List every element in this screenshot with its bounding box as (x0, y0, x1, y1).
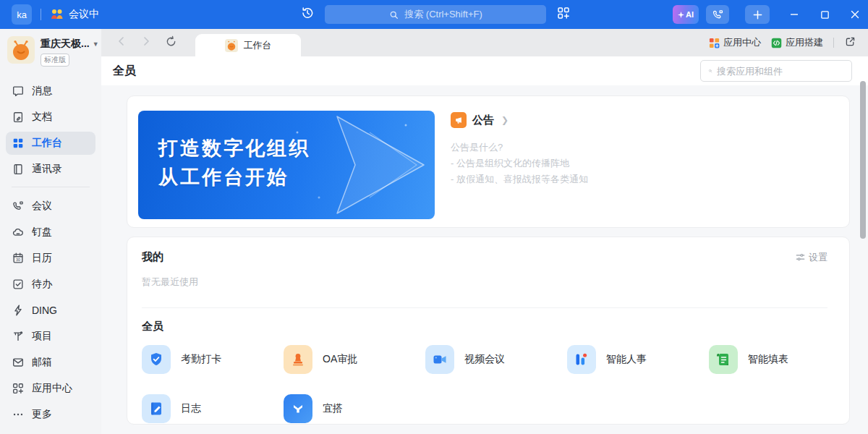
vertical-scrollbar-thumb[interactable] (860, 81, 866, 239)
app-search-input[interactable] (717, 66, 844, 77)
sidebar-item-drive[interactable]: 钉盘 (6, 221, 95, 244)
org-edition-badge: 标准版 (41, 54, 69, 67)
all-section-title: 全员 (142, 320, 827, 333)
workbench-header: 全员 (101, 56, 868, 85)
org-caret-icon: ▼ (93, 41, 99, 48)
global-search[interactable]: 搜索 (Ctrl+Shift+F) (325, 5, 546, 24)
app-smart-hr[interactable]: 智能人事 (567, 345, 709, 374)
titlebar-divider (41, 9, 41, 20)
close-button[interactable] (849, 9, 861, 20)
apps-launcher-icon[interactable] (556, 6, 571, 23)
app-center-color-icon (709, 38, 720, 48)
svg-text:30: 30 (16, 258, 20, 262)
app-center-icon (12, 382, 25, 395)
page-title: 全员 (113, 64, 136, 79)
sidebar-item-meeting[interactable]: 会议 (6, 195, 95, 218)
tab-workbench[interactable]: 工作台 (195, 34, 301, 56)
open-in-window-icon[interactable] (844, 35, 856, 50)
meeting-status-label: 会议中 (69, 8, 99, 21)
mine-section-title: 我的 (142, 250, 163, 264)
sidebar-menu: 消息 文档 工作台 通讯录 会议 钉盘 (0, 80, 101, 426)
app-build-link[interactable]: 应用搭建 (771, 36, 823, 49)
search-icon (708, 66, 712, 76)
global-search-placeholder: 搜索 (Ctrl+Shift+F) (404, 8, 482, 21)
meeting-people-icon (50, 7, 64, 22)
app-center-link[interactable]: 应用中心 (709, 36, 761, 49)
app-video-meeting[interactable]: 视频会议 (425, 345, 567, 374)
sidebar-item-docs[interactable]: 文档 (6, 106, 95, 129)
app-search-box[interactable] (700, 60, 852, 82)
workbench-content: 打造数字化组织 从工作台开始 公告 ❯ 公告是什么? - 公告是组织文化的 (101, 85, 868, 425)
video-camera-icon (425, 345, 454, 374)
cloud-icon (12, 226, 25, 239)
workbench-grid-icon (12, 137, 25, 150)
sidebar-divider (12, 187, 90, 187)
chevron-right-icon: ❯ (501, 115, 509, 125)
settings-button[interactable]: 设置 (795, 251, 827, 264)
announcement-header[interactable]: 公告 ❯ (451, 112, 588, 128)
tab-label: 工作台 (244, 39, 272, 52)
lightning-icon (12, 304, 25, 317)
todo-check-icon (12, 278, 25, 291)
yida-logo-icon (284, 394, 312, 423)
minimize-button[interactable] (788, 9, 800, 20)
ai-assistant-button[interactable]: AI (673, 5, 699, 24)
banner-text: 打造数字化组织 从工作台开始 (158, 134, 310, 192)
hr-logo-icon (567, 345, 596, 374)
document-icon (12, 111, 25, 124)
sidebar-item-todo[interactable]: 待办 (6, 273, 95, 296)
app-yida[interactable]: 宜搭 (284, 394, 425, 423)
org-avatar (7, 36, 35, 67)
stamp-icon (284, 345, 312, 374)
workbench-banner[interactable]: 打造数字化组织 从工作台开始 (138, 111, 435, 219)
app-oa-approval[interactable]: OA审批 (284, 345, 425, 374)
sidebar: 重庆天极... ▼ 标准版 消息 文档 工作台 通讯录 (0, 29, 101, 434)
attendance-shield-icon (142, 345, 171, 374)
sidebar-item-mail[interactable]: 邮箱 (6, 351, 95, 374)
sidebar-item-ding[interactable]: DING (6, 299, 95, 322)
sidebar-item-contacts[interactable]: 通讯录 (6, 158, 95, 181)
org-name: 重庆天极... (41, 38, 90, 51)
sidebar-item-calendar[interactable]: 30 日历 (6, 247, 95, 270)
nav-refresh-icon[interactable] (165, 35, 177, 51)
announcement-title: 公告 (472, 114, 494, 127)
apps-card: 我的 设置 暂无最近使用 全员 考勤打卡 (127, 237, 850, 425)
main-area: 工作台 应用中心 应用搭建 全员 (101, 29, 868, 434)
sidebar-item-workbench[interactable]: 工作台 (6, 132, 95, 155)
chat-icon (12, 85, 25, 98)
app-logo[interactable]: ka (12, 4, 32, 25)
sidebar-item-more[interactable]: 更多 (6, 403, 95, 426)
call-button[interactable] (706, 5, 729, 24)
titlebar: ka 会议中 搜索 (Ctrl+Shift+F) AI (0, 0, 868, 29)
sidebar-item-app-center[interactable]: 应用中心 (6, 377, 95, 400)
contacts-icon (12, 163, 25, 176)
maximize-button[interactable] (819, 9, 830, 20)
mine-empty-text: 暂无最近使用 (142, 276, 827, 289)
project-icon (12, 330, 25, 343)
calendar-icon: 30 (12, 252, 25, 265)
history-icon[interactable] (300, 6, 315, 23)
more-ellipsis-icon (12, 408, 25, 421)
tab-strip: 工作台 应用中心 应用搭建 (101, 29, 868, 56)
megaphone-icon (451, 112, 467, 128)
form-scroll-icon (709, 345, 738, 374)
mail-icon (12, 356, 25, 369)
announcement-section: 公告 ❯ 公告是什么? - 公告是组织文化的传播阵地 - 放假通知、喜报战报等各… (451, 112, 588, 227)
nav-back-icon[interactable] (116, 35, 127, 50)
announcement-card: 打造数字化组织 从工作台开始 公告 ❯ 公告是什么? - 公告是组织文化的 (127, 95, 850, 228)
sliders-icon (795, 252, 806, 263)
ai-label: AI (686, 10, 694, 19)
create-new-button[interactable] (745, 5, 770, 24)
sidebar-item-project[interactable]: 项目 (6, 325, 95, 348)
sidebar-item-messages[interactable]: 消息 (6, 80, 95, 103)
nav-forward-icon[interactable] (140, 35, 152, 50)
tab-org-avatar (225, 39, 238, 52)
announcement-body: 公告是什么? - 公告是组织文化的传播阵地 - 放假通知、喜报战报等各类通知 (451, 140, 588, 187)
meeting-status-chip[interactable]: 会议中 (50, 7, 99, 22)
app-grid: 考勤打卡 OA审批 视频会议 (142, 345, 827, 423)
app-attendance[interactable]: 考勤打卡 (142, 345, 284, 374)
app-daily-log[interactable]: 日志 (142, 394, 284, 423)
app-smart-form[interactable]: 智能填表 (709, 345, 851, 374)
org-switcher[interactable]: 重庆天极... ▼ 标准版 (0, 35, 101, 71)
meeting-phone-icon (12, 200, 25, 213)
